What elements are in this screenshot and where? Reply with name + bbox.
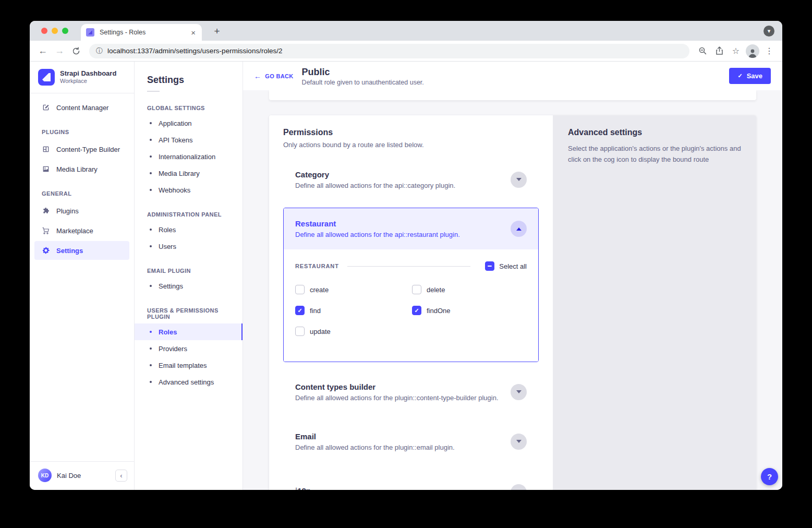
subnav-item-media-library[interactable]: Media Library: [135, 165, 243, 182]
desktop: Settings - Roles × + ▾ ← → ⓘ localhost:1…: [0, 0, 812, 528]
site-info-icon[interactable]: ⓘ: [96, 46, 103, 56]
select-all-control[interactable]: Select all: [485, 261, 527, 271]
puzzle-icon: [42, 207, 50, 215]
accordion-content-types-builder[interactable]: Content types builder Define all allowed…: [283, 379, 539, 405]
divider: [347, 266, 470, 267]
accordion-list: Category Define all allowed actions for …: [283, 166, 539, 490]
forward-button[interactable]: →: [52, 43, 67, 59]
subnav-item-application[interactable]: Application: [135, 115, 243, 131]
accordion-restaurant-header[interactable]: Restaurant Define all allowed actions fo…: [284, 208, 538, 249]
subnav-item-label: Media Library: [159, 170, 200, 177]
content-scroll-area[interactable]: Permissions Only actions bound by a rout…: [243, 90, 782, 490]
bullet-icon: [150, 189, 152, 191]
user-avatar[interactable]: KD: [38, 469, 52, 482]
bullet-icon: [150, 229, 152, 231]
permission-findOne[interactable]: ✓ findOne: [412, 306, 527, 315]
subnav-item-advanced-settings[interactable]: Advanced settings: [135, 374, 243, 390]
tab-close-icon[interactable]: ×: [190, 28, 197, 37]
accordion-title: Restaurant: [295, 219, 460, 228]
browser-profile-avatar[interactable]: [746, 44, 759, 58]
accordion-title: i18n: [295, 486, 311, 490]
browser-menu-button[interactable]: ⋮: [761, 43, 777, 59]
help-button[interactable]: ?: [761, 468, 778, 485]
subnav-item-label: Webhooks: [159, 186, 190, 194]
accordion-title: Email: [295, 432, 455, 441]
accordion-email[interactable]: Email Define all allowed actions for the…: [283, 428, 539, 454]
collapse-restaurant-button[interactable]: [511, 221, 527, 237]
minimize-window-button[interactable]: [52, 28, 58, 34]
subnav-item-label: Email templates: [159, 362, 207, 369]
restaurant-section-label: RESTAURANT: [295, 263, 339, 269]
sidebar-item-plugins[interactable]: Plugins: [34, 201, 129, 220]
user-name: Kai Doe: [57, 472, 110, 479]
chevron-down-icon: [516, 440, 522, 443]
browser-tab[interactable]: Settings - Roles ×: [81, 24, 202, 41]
expand-email-button[interactable]: [511, 434, 527, 450]
chevron-up-icon: [516, 227, 522, 231]
subnav-item-label: Settings: [159, 282, 183, 290]
subnav-section-global-settings: GLOBAL SETTINGS: [135, 92, 243, 115]
subnav-item-label: Advanced settings: [159, 378, 214, 386]
expand-i18n-button[interactable]: [511, 484, 527, 490]
subnav-item-email-settings[interactable]: Settings: [135, 278, 243, 294]
close-window-button[interactable]: [41, 28, 47, 34]
subnav-item-admin-users[interactable]: Users: [135, 238, 243, 255]
checkbox-unchecked[interactable]: [412, 285, 421, 294]
person-icon: [747, 47, 758, 58]
subnav-item-label: Internationalization: [159, 153, 215, 161]
brand-block[interactable]: Strapi Dashboard Workplace: [30, 62, 134, 92]
checkbox-unchecked[interactable]: [295, 327, 305, 336]
save-button[interactable]: ✓ Save: [729, 68, 771, 84]
select-all-checkbox-indeterminate[interactable]: [485, 261, 494, 271]
chrome-downloads-caret-icon[interactable]: ▾: [763, 26, 774, 37]
back-button[interactable]: ←: [35, 43, 51, 59]
zoom-out-button[interactable]: [695, 43, 710, 59]
subnav-item-internationalization[interactable]: Internationalization: [135, 148, 243, 165]
advanced-settings-title: Advanced settings: [568, 128, 741, 137]
checkbox-unchecked[interactable]: [295, 285, 305, 294]
address-bar[interactable]: ⓘ localhost:1337/admin/settings/users-pe…: [89, 44, 689, 58]
subnav-item-email-templates[interactable]: Email templates: [135, 357, 243, 374]
subnav-item-webhooks[interactable]: Webhooks: [135, 182, 243, 198]
strapi-favicon-icon: [86, 28, 94, 37]
accordion-i18n[interactable]: i18n: [283, 479, 539, 490]
subnav-item-up-roles[interactable]: Roles: [135, 323, 243, 340]
accordion-title: Content types builder: [295, 382, 499, 391]
reload-icon: [72, 47, 80, 55]
permission-update[interactable]: update: [295, 327, 412, 336]
checkbox-checked[interactable]: ✓: [412, 306, 421, 315]
go-back-link[interactable]: ← GO BACK: [254, 73, 294, 80]
checkbox-checked[interactable]: ✓: [295, 306, 305, 315]
expand-category-button[interactable]: [511, 172, 527, 188]
permission-find[interactable]: ✓ find: [295, 306, 412, 315]
accordion-category[interactable]: Category Define all allowed actions for …: [283, 166, 539, 193]
permission-create[interactable]: create: [295, 285, 412, 294]
subnav-item-admin-roles[interactable]: Roles: [135, 221, 243, 238]
subnav-item-api-tokens[interactable]: API Tokens: [135, 131, 243, 148]
permission-delete[interactable]: delete: [412, 285, 527, 294]
maximize-window-button[interactable]: [62, 28, 68, 34]
sidebar-item-content-type-builder[interactable]: Content-Type Builder: [34, 140, 129, 159]
share-button[interactable]: [711, 43, 727, 59]
main-sidebar: Strapi Dashboard Workplace Content Manag…: [30, 62, 135, 490]
collapse-sidebar-button[interactable]: ‹: [115, 470, 127, 482]
reload-button[interactable]: [68, 43, 84, 59]
sidebar-item-content-manager[interactable]: Content Manager: [34, 98, 129, 117]
subnav-item-label: Providers: [159, 345, 187, 353]
sidebar-item-marketplace[interactable]: Marketplace: [34, 221, 129, 240]
bullet-icon: [150, 155, 152, 158]
bookmark-star-button[interactable]: ☆: [728, 43, 744, 59]
subnav-item-providers[interactable]: Providers: [135, 340, 243, 357]
subnav-section-email-plugin: EMAIL PLUGIN: [135, 255, 243, 278]
sidebar-item-label: Content Manager: [56, 104, 108, 112]
bullet-icon: [150, 381, 152, 383]
sidebar-item-settings[interactable]: Settings: [34, 241, 129, 260]
permissions-title: Permissions: [283, 128, 539, 137]
bullet-icon: [150, 139, 152, 141]
gear-icon: [42, 246, 50, 255]
subnav-item-label: Roles: [159, 328, 177, 336]
sidebar-item-media-library[interactable]: Media Library: [34, 160, 129, 178]
bullet-icon: [150, 285, 152, 287]
expand-content-types-builder-button[interactable]: [511, 384, 527, 400]
new-tab-button[interactable]: +: [210, 25, 224, 38]
